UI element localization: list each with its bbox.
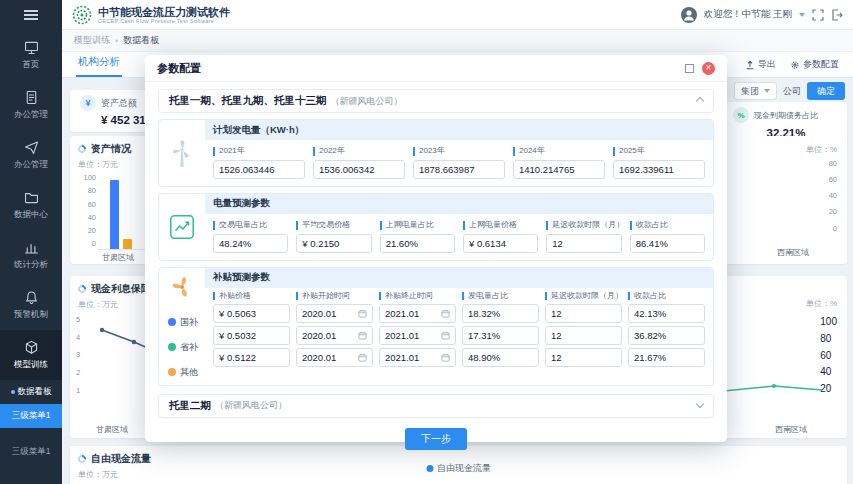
calendar-icon	[358, 331, 367, 340]
national-collect-input[interactable]: 42.13%	[628, 304, 705, 323]
other-ratio-input[interactable]: 48.90%	[462, 348, 539, 367]
sidebar-item-home[interactable]: 首页	[0, 30, 62, 80]
breadcrumb-separator: •	[115, 36, 118, 46]
avg-price-input[interactable]: ¥ 0.2150	[296, 234, 371, 253]
app-screen: 中节能现金流压力测试软件 CECEP Cash Flow Pressure Te…	[0, 0, 853, 484]
row-label-other: 其他	[159, 360, 198, 385]
next-step-button[interactable]: 下一步	[405, 428, 467, 450]
section-2-header[interactable]: 托里二期 （新疆风电公司）	[158, 394, 714, 418]
plan-2024-input[interactable]: 1410.214765	[513, 160, 605, 179]
app-logo-icon	[72, 5, 92, 25]
close-icon[interactable]	[702, 62, 715, 75]
bell-icon	[23, 289, 40, 306]
org-select[interactable]: 集团	[734, 82, 777, 100]
fullscreen-icon[interactable]	[812, 9, 824, 21]
provincial-price-input[interactable]: ¥ 0.5032	[213, 326, 290, 345]
plan-2022-input[interactable]: 1536.006342	[313, 160, 405, 179]
plan-2023-input[interactable]: 1878.663987	[413, 160, 505, 179]
asset-x-label: 甘肃区域	[102, 252, 134, 263]
tab-org-analysis[interactable]: 机构分析	[76, 50, 122, 77]
provincial-delay-input[interactable]: 12	[545, 326, 622, 345]
cash-interest-unit-right: 单位：%	[806, 298, 837, 309]
other-end-date[interactable]: 2021.01	[379, 348, 456, 367]
provincial-subsidy-icon	[168, 343, 176, 351]
plan-2021-input[interactable]: 1526.063446	[213, 160, 305, 179]
section-1-header[interactable]: 托里一期、托里九期、托里十三期 （新疆风电公司）	[158, 89, 714, 113]
company-option[interactable]: 公司	[783, 85, 801, 98]
sidebar-item-statistics[interactable]: 统计分析	[0, 230, 62, 280]
avatar	[681, 7, 697, 23]
plan-2025-input[interactable]: 1692.339611	[613, 160, 705, 179]
national-delay-input[interactable]: 12	[545, 304, 622, 323]
provincial-collect-input[interactable]: 36.82%	[628, 326, 705, 345]
grid-ratio-input[interactable]: 21.60%	[380, 234, 455, 253]
calendar-icon	[441, 331, 450, 340]
power-forecast-panel: 电量预测参数 交易电量占比48.24% 平均交易价格¥ 0.2150 上网电量占…	[158, 193, 714, 261]
export-button[interactable]: 导出	[745, 58, 776, 71]
user-menu[interactable]: 欢迎您！中节能 王刚	[704, 8, 792, 21]
sidebar-item-model-training[interactable]: 模型训练	[0, 330, 62, 380]
param-config-button[interactable]: 参数配置	[790, 58, 839, 71]
power-forecast-title: 电量预测参数	[205, 194, 713, 214]
menu-toggle-icon[interactable]	[0, 0, 62, 30]
grid-price-input[interactable]: ¥ 0.6134	[463, 234, 538, 253]
subsidy-row-national: ¥ 0.5063 2020.01 2021.01 18.32% 12 42.13…	[205, 304, 713, 323]
calendar-icon	[358, 353, 367, 362]
percent-icon: %	[733, 107, 749, 123]
chevron-down-icon[interactable]	[696, 400, 704, 408]
cash-x-label-left: 甘肃区域	[96, 424, 128, 435]
chart-icon	[76, 453, 87, 464]
breadcrumb-current: 数据看板	[123, 34, 159, 47]
confirm-button[interactable]: 确定	[807, 82, 845, 100]
sidebar-subitem-menu1[interactable]: 三级菜单1	[0, 440, 62, 464]
national-price-input[interactable]: ¥ 0.5063	[213, 304, 290, 323]
logout-icon[interactable]	[831, 9, 843, 21]
free-cash-chart-panel: 自由现金流量 单位：万元 自由现金流量	[70, 446, 847, 484]
sidebar-item-office-2[interactable]: 办公管理	[0, 130, 62, 180]
other-collect-input[interactable]: 21.67%	[628, 348, 705, 367]
sidebar: 首页 办公管理 办公管理 数据中心 统计分析 预警机制 模型训练 数据看板	[0, 0, 62, 484]
other-subsidy-icon	[168, 368, 176, 376]
cash-x-label-right: 西南区域	[775, 424, 807, 435]
sidebar-item-alert[interactable]: 预警机制	[0, 280, 62, 330]
delay-months-input[interactable]: 12	[546, 234, 621, 253]
home-icon	[23, 39, 40, 56]
right-top-y-axis: 8060 4020 0	[829, 160, 837, 232]
app-subtitle: CECEP Cash Flow Pressure Test Software	[98, 18, 230, 24]
row-label-national: 国补	[159, 310, 198, 335]
sidebar-subitem-dashboard[interactable]: 数据看板	[0, 380, 62, 404]
provincial-end-date[interactable]: 2021.01	[379, 326, 456, 345]
export-icon	[745, 60, 755, 70]
asset-y-axis: 10080 6040 200	[78, 174, 96, 248]
other-start-date[interactable]: 2020.01	[296, 348, 373, 367]
top-header: 中节能现金流压力测试软件 CECEP Cash Flow Pressure Te…	[62, 0, 853, 30]
wind-turbine-icon	[166, 137, 198, 169]
planned-power-title: 计划发电量（KW·h）	[205, 120, 713, 140]
subsidy-row-provincial: ¥ 0.5032 2020.01 2021.01 17.31% 12 36.82…	[205, 326, 713, 345]
national-end-date[interactable]: 2021.01	[379, 304, 456, 323]
national-ratio-input[interactable]: 18.32%	[462, 304, 539, 323]
free-cash-legend: 自由现金流量	[426, 462, 491, 475]
provincial-start-date[interactable]: 2020.01	[296, 326, 373, 345]
folder-icon	[23, 189, 40, 206]
calendar-icon	[441, 309, 450, 318]
cash-interest-y-axis-left: 54 32 1	[76, 316, 80, 394]
sidebar-item-data-center[interactable]: 数据中心	[0, 180, 62, 230]
modal-header: 参数配置	[145, 55, 727, 82]
provincial-ratio-input[interactable]: 17.31%	[462, 326, 539, 345]
breadcrumb-parent[interactable]: 模型训练	[74, 34, 110, 47]
chevron-up-icon[interactable]	[696, 97, 704, 105]
sidebar-item-office-1[interactable]: 办公管理	[0, 80, 62, 130]
other-delay-input[interactable]: 12	[545, 348, 622, 367]
national-start-date[interactable]: 2020.01	[296, 304, 373, 323]
app-title: 中节能现金流压力测试软件	[98, 6, 230, 18]
document-icon	[23, 89, 40, 106]
sidebar-subitem-menu1-selected[interactable]: 三级菜单1	[0, 404, 62, 428]
chart-icon	[76, 143, 87, 154]
maximize-icon[interactable]	[685, 64, 694, 73]
trade-ratio-input[interactable]: 48.24%	[213, 234, 288, 253]
chevron-down-icon[interactable]	[799, 13, 805, 17]
other-price-input[interactable]: ¥ 0.5122	[213, 348, 290, 367]
gear-icon	[790, 60, 800, 70]
collect-ratio-input[interactable]: 86.41%	[630, 234, 705, 253]
